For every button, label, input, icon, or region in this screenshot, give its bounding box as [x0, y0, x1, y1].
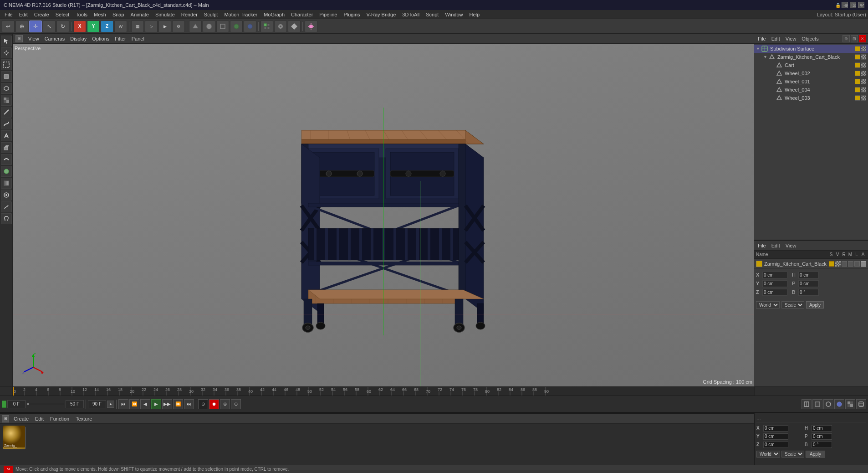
render-picture-button[interactable]: ▷: [145, 21, 158, 32]
transport-play[interactable]: ▶: [151, 399, 161, 409]
frame-end-input[interactable]: [66, 400, 84, 408]
menu-plugins[interactable]: Plugins: [341, 11, 363, 18]
transport-prev[interactable]: ◀: [140, 399, 150, 409]
x-mode-button[interactable]: X: [73, 21, 86, 32]
polygon-mode-button[interactable]: [244, 21, 256, 32]
coord-input-z[interactable]: [762, 289, 787, 296]
obj-dot-yellow-w004[interactable]: [855, 87, 860, 93]
coord-bar-z-input[interactable]: [763, 442, 788, 448]
left-tool-bezier[interactable]: [1, 118, 12, 129]
point-mode-button[interactable]: [216, 21, 229, 32]
obj-menu-file[interactable]: File: [756, 35, 768, 42]
obj-menu-view[interactable]: View: [784, 35, 798, 42]
viewport-menu-options[interactable]: Options: [92, 36, 109, 41]
transport-record-active[interactable]: ⏺: [209, 399, 219, 409]
frame-max-up[interactable]: ▲: [107, 401, 114, 408]
undo-button[interactable]: ↩: [2, 21, 15, 32]
obj-row-wheel002[interactable]: ▶ Wheel_002: [754, 69, 868, 77]
apply-button[interactable]: Apply: [806, 301, 824, 308]
menu-mesh[interactable]: Mesh: [91, 11, 109, 18]
obj-dot-checker-w002[interactable]: [861, 71, 866, 76]
menu-sculpt[interactable]: Sculpt: [201, 11, 221, 18]
paint-button[interactable]: [288, 21, 301, 32]
left-tool-fill[interactable]: [1, 166, 12, 177]
menu-motiontracker[interactable]: Motion Tracker: [221, 11, 260, 18]
viewport-menu-filter[interactable]: Filter: [115, 36, 126, 41]
obj-dot-checker-cart[interactable]: [861, 62, 866, 68]
obj-row-wheel003[interactable]: ▶ Wheel_003: [754, 94, 868, 102]
viewport-canvas[interactable]: Perspective: [13, 44, 754, 386]
left-tool-extrude[interactable]: [1, 142, 12, 153]
obj-icon-1[interactable]: ⊕: [842, 35, 850, 42]
obj-menu-edit[interactable]: Edit: [770, 35, 782, 42]
left-tool-sculpt-grab[interactable]: [1, 190, 12, 201]
transport-tool-1[interactable]: [802, 399, 812, 409]
mat-panel-icon[interactable]: ⊞: [2, 415, 9, 422]
snap-settings-button[interactable]: [274, 21, 287, 32]
viewport-icon-expand[interactable]: ⊡: [851, 1, 858, 9]
attr-dot-yellow[interactable]: [829, 261, 834, 267]
transport-prev-frame[interactable]: ⏪: [129, 399, 139, 409]
viewport-menu-cameras[interactable]: Cameras: [45, 36, 65, 41]
transport-tool-5[interactable]: [845, 399, 855, 409]
world-dropdown[interactable]: World: [756, 301, 780, 308]
attr-object-row[interactable]: Zarmig_Kitchen_Cart_Black ⋯: [754, 259, 868, 269]
menu-pipeline[interactable]: Pipeline: [317, 11, 340, 18]
left-tool-move[interactable]: [1, 47, 12, 58]
obj-dot-checker-w001[interactable]: [861, 79, 866, 84]
obj-dot-yellow-w001[interactable]: [855, 79, 860, 84]
y-mode-button[interactable]: Y: [87, 21, 100, 32]
menu-snap[interactable]: Snap: [110, 11, 127, 18]
panel-icon[interactable]: ⊞: [15, 35, 23, 42]
scale-tool-button[interactable]: ⤡: [43, 21, 56, 32]
obj-dot-checker-1[interactable]: [861, 46, 866, 51]
obj-icon-2[interactable]: ⊞: [851, 35, 858, 42]
obj-icon-3[interactable]: ✕: [859, 35, 866, 42]
transport-next-frame[interactable]: ⏩: [173, 399, 183, 409]
transport-start[interactable]: ⏮: [118, 399, 128, 409]
edge-mode-button[interactable]: [230, 21, 243, 32]
obj-row-wheel004[interactable]: ▶ Wheel_004: [754, 86, 868, 94]
obj-menu-objects[interactable]: Objects: [800, 35, 820, 42]
left-tool-3d[interactable]: [1, 83, 12, 94]
transport-record-rot[interactable]: ⊙: [231, 399, 241, 409]
obj-dot-yellow-cart[interactable]: [855, 62, 860, 68]
frame-start-input[interactable]: [7, 400, 26, 408]
move-tool-button[interactable]: ✛: [29, 21, 42, 32]
menu-window[interactable]: Window: [442, 11, 465, 18]
left-tool-smooth[interactable]: [1, 154, 12, 165]
rotate-tool-button[interactable]: ↻: [56, 21, 69, 32]
mat-menu-function[interactable]: Function: [48, 415, 71, 422]
obj-row-subdivision[interactable]: ▼ Subdivision Surface: [754, 45, 868, 53]
coord-bar-scale-dropdown[interactable]: Scale: [781, 451, 804, 458]
menu-mograph[interactable]: MoGraph: [261, 11, 287, 18]
left-tool-cursor[interactable]: [1, 36, 12, 46]
mat-menu-texture[interactable]: Texture: [74, 415, 94, 422]
transport-keyframe-auto[interactable]: ⊙: [198, 399, 208, 409]
obj-dot-yellow-2[interactable]: [855, 54, 860, 60]
left-tool-gradient[interactable]: [1, 178, 12, 189]
new-scene-button[interactable]: ⊕: [15, 21, 28, 32]
mat-menu-create[interactable]: Create: [12, 415, 31, 422]
obj-dot-yellow-1[interactable]: [855, 46, 860, 51]
transport-next[interactable]: ▶▶: [162, 399, 172, 409]
coord-input-p[interactable]: [798, 280, 819, 287]
coord-input-x[interactable]: [762, 272, 787, 278]
coord-bar-y-input[interactable]: [763, 433, 788, 440]
coord-input-h[interactable]: [798, 272, 819, 278]
left-tool-pen[interactable]: [1, 130, 12, 141]
texture-mode-button[interactable]: [203, 21, 215, 32]
menu-file[interactable]: File: [2, 11, 15, 18]
menu-3dtoall[interactable]: 3DToAll: [399, 11, 422, 18]
viewport-icon-camera[interactable]: ⊕: [842, 1, 850, 9]
attr-dot-checker[interactable]: [835, 261, 841, 267]
coord-input-b[interactable]: [798, 289, 819, 296]
attr-dot-gray1[interactable]: [842, 261, 847, 267]
viewport-menu-display[interactable]: Display: [70, 36, 87, 41]
obj-row-wheel001[interactable]: ▶ Wheel_001: [754, 77, 868, 86]
timeline-bar-small[interactable]: [27, 403, 64, 405]
transport-end[interactable]: ⏭: [184, 399, 194, 409]
transport-tool-4[interactable]: [834, 399, 844, 409]
mat-menu-edit[interactable]: Edit: [33, 415, 46, 422]
left-tool-magnet[interactable]: [1, 213, 12, 224]
